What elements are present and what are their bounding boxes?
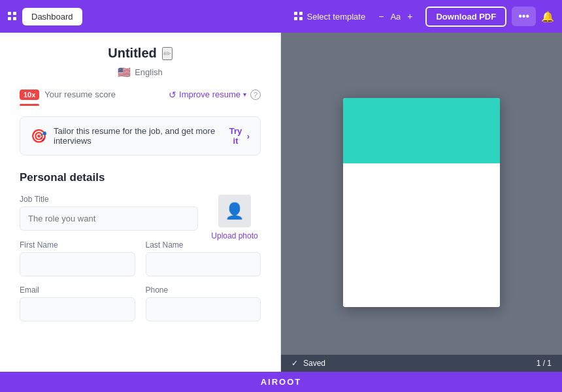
more-options-button[interactable]: ••• xyxy=(512,7,536,26)
photo-placeholder: 👤 xyxy=(218,195,251,227)
save-text: Saved xyxy=(303,359,325,368)
arrow-right-icon: › xyxy=(247,131,250,141)
help-button[interactable]: ? xyxy=(250,89,261,100)
preview-header xyxy=(343,98,500,163)
score-row: 10x Your resume score ↺ Improve resume ▾… xyxy=(20,89,261,100)
try-it-label: Try it xyxy=(227,126,244,146)
select-template-button[interactable]: Select template xyxy=(294,12,366,22)
save-bar: ✓ Saved 1 / 1 xyxy=(281,355,562,372)
job-title-input[interactable] xyxy=(20,206,198,231)
right-panel: ✓ Saved 1 / 1 xyxy=(281,33,562,372)
score-progress-bar xyxy=(20,104,39,106)
job-title-label: Job Title xyxy=(20,195,198,204)
download-pdf-button[interactable]: Download PDF xyxy=(425,7,506,27)
question-mark-icon: ? xyxy=(250,90,261,100)
first-name-field: First Name xyxy=(20,240,135,276)
person-icon: 👤 xyxy=(225,202,244,220)
tailor-banner: 🎯 Tailor this resume for the job, and ge… xyxy=(20,116,261,155)
section-title-personal: Personal details xyxy=(20,171,261,184)
first-name-input[interactable] xyxy=(20,252,135,276)
footer-brand: AIROOT xyxy=(0,372,562,392)
improve-label: Improve resume xyxy=(179,90,240,99)
checkmark-icon: ✓ xyxy=(291,359,298,368)
pencil-icon: ✏ xyxy=(163,48,171,59)
left-panel: Untitled ✏ 🇺🇸 English 10x Your resume sc… xyxy=(0,33,281,372)
last-name-field: Last Name xyxy=(146,240,261,276)
contact-row: Email Phone xyxy=(20,286,261,331)
resume-title-text: Untitled xyxy=(108,46,156,61)
phone-label: Phone xyxy=(146,286,261,295)
brand-name: AIROOT xyxy=(261,377,302,387)
email-label: Email xyxy=(20,286,135,295)
dashboard-button[interactable]: Dashboard xyxy=(22,8,82,25)
email-input[interactable] xyxy=(20,297,135,321)
last-name-input[interactable] xyxy=(146,252,261,276)
first-name-label: First Name xyxy=(20,240,135,250)
font-controls: − Aa + xyxy=(376,10,415,23)
top-navbar: Dashboard Select template − Aa + Downloa… xyxy=(0,0,562,33)
refresh-icon: ↺ xyxy=(169,90,176,100)
flag-icon: 🇺🇸 xyxy=(118,66,131,78)
improve-resume-button[interactable]: ↺ Improve resume ▾ xyxy=(169,90,246,100)
notification-button[interactable]: 🔔 xyxy=(541,10,554,24)
tailor-icon: 🎯 xyxy=(31,127,47,144)
score-label: Your resume score xyxy=(44,90,116,99)
resume-title-area: Untitled ✏ xyxy=(20,46,261,61)
tailor-text: Tailor this resume for the job, and get … xyxy=(54,126,227,146)
select-template-label: Select template xyxy=(307,12,366,22)
photo-upload-area: 👤 Upload photo xyxy=(208,195,261,240)
name-row: First Name Last Name xyxy=(20,240,261,286)
edit-title-button[interactable]: ✏ xyxy=(162,47,173,60)
grid-icon xyxy=(8,12,17,21)
bell-icon: 🔔 xyxy=(541,11,554,22)
score-left: 10x Your resume score xyxy=(20,90,116,100)
tailor-left: 🎯 Tailor this resume for the job, and ge… xyxy=(31,126,227,146)
font-increase-button[interactable]: + xyxy=(405,10,415,23)
try-it-button[interactable]: Try it › xyxy=(227,126,250,146)
job-title-row: Job Title 👤 Upload photo xyxy=(20,195,261,240)
language-row: 🇺🇸 English xyxy=(20,66,261,78)
phone-field: Phone xyxy=(146,286,261,321)
last-name-label: Last Name xyxy=(146,240,261,250)
job-title-field: Job Title xyxy=(20,195,198,231)
preview-body xyxy=(343,163,500,307)
resume-preview xyxy=(343,98,500,307)
language-label: English xyxy=(135,67,163,77)
page-info: 1 / 1 xyxy=(537,359,552,368)
main-content: Untitled ✏ 🇺🇸 English 10x Your resume sc… xyxy=(0,33,562,372)
improve-area: ↺ Improve resume ▾ ? xyxy=(169,89,261,100)
font-decrease-button[interactable]: − xyxy=(376,10,386,23)
font-size-label: Aa xyxy=(390,12,401,22)
template-grid-icon xyxy=(294,12,303,21)
upload-photo-button[interactable]: Upload photo xyxy=(211,231,257,240)
phone-input[interactable] xyxy=(146,297,261,321)
email-field: Email xyxy=(20,286,135,321)
resume-title: Untitled ✏ xyxy=(108,46,172,61)
chevron-down-icon: ▾ xyxy=(243,91,246,98)
grid-menu-button[interactable] xyxy=(8,12,17,21)
score-badge: 10x xyxy=(20,90,39,100)
